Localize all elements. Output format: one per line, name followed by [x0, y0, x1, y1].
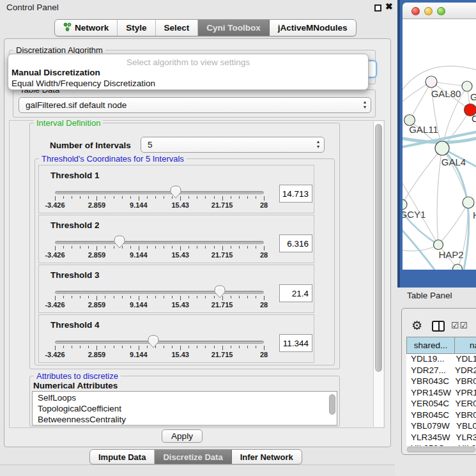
slider-thumb[interactable] — [114, 235, 125, 249]
float-window-icon[interactable] — [374, 4, 381, 12]
threshold-value-field[interactable] — [279, 234, 312, 252]
slider-tick — [63, 246, 64, 249]
tab-style[interactable]: Style — [118, 20, 155, 36]
table-row[interactable]: YIL052CYIL0 — [406, 443, 476, 446]
table-cell[interactable]: YER054C — [406, 399, 452, 410]
slider-tick — [247, 196, 248, 199]
number-of-intervals-combobox[interactable]: 5 ▴▾ — [141, 137, 325, 153]
table-cell[interactable]: YDR27... — [406, 365, 451, 377]
attribute-list-item[interactable]: SelfLoops — [33, 393, 337, 404]
slider-tick-label: 15.43 — [171, 351, 189, 358]
list-scrollbar-thumb[interactable] — [329, 394, 335, 415]
table-cell[interactable]: YBR0 — [452, 376, 476, 388]
table-cell[interactable]: YDR2 — [451, 365, 476, 377]
slider-thumb[interactable] — [214, 285, 226, 298]
threshold-value-field[interactable] — [279, 284, 312, 302]
minimize-traffic-light[interactable] — [424, 7, 433, 15]
table-row[interactable]: YBR043CYBR0 — [406, 376, 476, 388]
horizontal-scrollbar-thumb[interactable] — [407, 447, 475, 452]
tab-label: Network — [75, 23, 109, 33]
table-cell[interactable]: YBR0 — [452, 410, 476, 422]
vertical-scrollbar[interactable] — [373, 121, 383, 427]
split-view-icon[interactable] — [432, 321, 445, 332]
network-node-label: GAL11 — [409, 124, 438, 135]
tab-cyni-toolbox[interactable]: Cyni Toolbox — [198, 20, 270, 36]
table-cell[interactable]: YBL0 — [452, 421, 476, 433]
gear-icon[interactable]: ⚙ — [411, 318, 422, 333]
table-cell[interactable]: YBL079W — [406, 421, 452, 433]
slider-tick — [96, 296, 97, 300]
horizontal-scrollbar[interactable] — [407, 447, 475, 452]
slider-thumb[interactable] — [148, 335, 159, 348]
slider-tick — [72, 196, 72, 199]
slider-tick — [130, 196, 131, 199]
close-icon[interactable]: ✖ — [385, 1, 393, 12]
tab-discretize-data[interactable]: Discretize Data — [155, 450, 231, 464]
table-cell[interactable]: YER0 — [452, 399, 476, 410]
network-node[interactable] — [462, 81, 472, 91]
attribute-list-item[interactable]: TopologicalCoefficient — [33, 404, 337, 415]
slider-tick — [147, 196, 148, 199]
close-traffic-light[interactable] — [411, 7, 420, 15]
table-row[interactable]: YER054CYER0 — [406, 399, 476, 410]
slider-track[interactable] — [55, 191, 264, 194]
network-node[interactable] — [403, 199, 407, 210]
table-cell[interactable]: YBR043C — [406, 376, 452, 388]
network-canvas[interactable]: GAL80GACGAL11GAL4GCY1HHAP2 — [403, 19, 476, 270]
slider-track[interactable] — [55, 341, 264, 344]
network-node-label: GAL80 — [431, 88, 461, 99]
table-cell[interactable]: YDL19... — [406, 354, 452, 365]
slider-track[interactable] — [55, 291, 264, 294]
slider-tick-label: 28 — [260, 201, 268, 209]
bottom-tab-bar: Impute Data Discretize Data Infer Networ… — [89, 449, 302, 464]
column-header-shared-name[interactable]: shared... — [406, 337, 455, 354]
table-cell[interactable]: YLR345W — [406, 433, 452, 444]
option-equal-width-frequency[interactable]: Equal Width/Frequency Discretization — [10, 79, 366, 89]
table-row[interactable]: YBL079WYBL0 — [406, 421, 476, 433]
table-row[interactable]: YDR27...YDR2 — [406, 365, 476, 377]
slider-tick — [130, 296, 131, 298]
tab-impute-data[interactable]: Impute Data — [90, 450, 155, 464]
table-data-combobox[interactable]: galFiltered.sif default node ▴▾ — [19, 97, 371, 113]
group-title: Threshold's Coordinates for 5 Intervals — [39, 154, 187, 164]
tab-network[interactable]: Network — [55, 20, 118, 36]
slider-thumb[interactable] — [170, 185, 181, 199]
apply-button[interactable]: Apply — [162, 429, 203, 443]
number-of-intervals-label: Number of Intervals — [50, 141, 131, 150]
slider-tick — [130, 246, 131, 249]
tab-select[interactable]: Select — [156, 20, 199, 36]
attribute-list-item[interactable]: BetweennessCentrality — [33, 415, 337, 426]
threshold-value-field[interactable] — [279, 334, 312, 352]
column-header-name[interactable]: name — [454, 337, 476, 354]
table-row[interactable]: YPR145WYPR1 — [406, 388, 476, 399]
table-cell[interactable]: YIL052C — [406, 443, 454, 446]
table-row[interactable]: YBR045CYBR0 — [406, 410, 476, 422]
threshold-value-field[interactable] — [279, 185, 312, 203]
table-cell[interactable]: YIL0 — [454, 443, 476, 446]
slider-track[interactable] — [55, 241, 264, 244]
network-node[interactable] — [434, 240, 443, 250]
zoom-traffic-light[interactable] — [437, 7, 445, 15]
network-node-label: GCY1 — [403, 209, 426, 220]
network-node[interactable] — [426, 76, 437, 88]
table-cell[interactable]: YLR3 — [452, 433, 476, 444]
slider-tick — [105, 196, 105, 199]
slider-tick — [63, 346, 64, 348]
table-row[interactable]: YLR345WYLR3 — [406, 433, 476, 444]
table-cell[interactable]: YBR045C — [406, 410, 452, 422]
tab-jactivemnodules[interactable]: jActiveMNodules — [270, 20, 356, 36]
vertical-scrollbar-thumb[interactable] — [375, 124, 382, 372]
slider-tick-label: -3.426 — [45, 301, 65, 309]
table-cell[interactable]: YPR145W — [406, 388, 452, 399]
checkbox-icons[interactable]: ☑☑ — [451, 320, 468, 330]
network-node[interactable] — [463, 197, 474, 208]
table-row[interactable]: YDL19...YDL1 — [406, 354, 476, 365]
option-manual-discretization[interactable]: Manual Discretization — [10, 68, 366, 78]
table-cell[interactable]: YPR1 — [452, 388, 476, 399]
table-cell[interactable]: YDL1 — [452, 354, 476, 365]
tab-infer-network[interactable]: Infer Network — [232, 450, 302, 464]
table-panel-title: Table Panel — [407, 291, 452, 300]
threshold-label: Threshold 3 — [50, 270, 100, 280]
network-node[interactable] — [435, 141, 449, 155]
network-window-titlebar[interactable] — [403, 3, 476, 19]
